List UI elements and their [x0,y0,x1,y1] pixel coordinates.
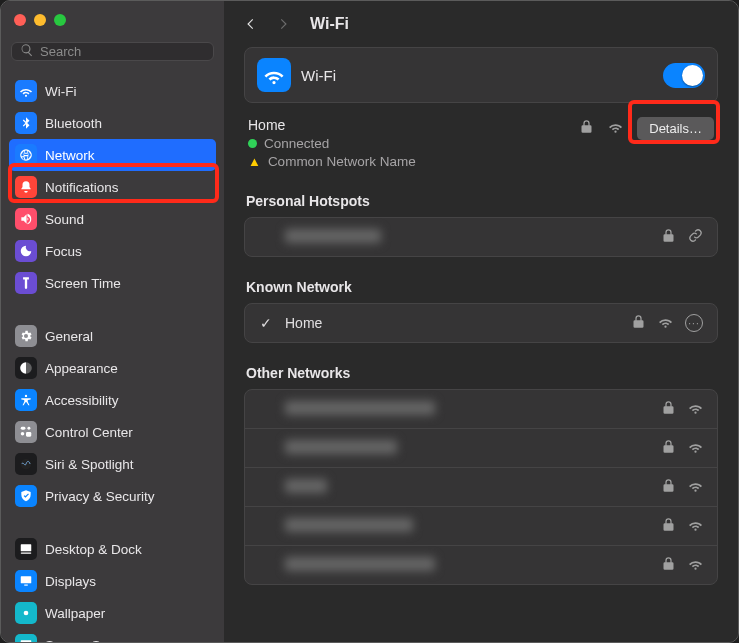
wallpaper-icon [15,602,37,624]
content-area: Wi-Fi Wi-Fi Home Connected [224,1,738,642]
section-other-title: Other Networks [246,365,716,381]
sidebar-item-general[interactable]: General [9,320,216,352]
sidebar-item-focus[interactable]: Focus [9,235,216,267]
focus-icon [15,240,37,262]
current-network-warning: Common Network Name [268,154,416,169]
sidebar-item-bluetooth[interactable]: Bluetooth [9,107,216,139]
link-icon[interactable] [688,228,703,246]
sidebar-item-label: Siri & Spotlight [45,457,134,472]
network-name-redacted [285,440,397,454]
sidebar-item-accessibility[interactable]: Accessibility [9,384,216,416]
status-dot-icon [248,139,257,148]
sidebar-item-label: Control Center [45,425,133,440]
wifi-signal-icon [688,439,703,457]
lock-icon [631,314,646,332]
wifi-signal-icon [688,400,703,418]
displays-icon [15,570,37,592]
network-row[interactable] [245,506,717,545]
wifi-toggle-panel: Wi-Fi [244,47,718,103]
nav-forward[interactable] [274,15,292,33]
checkmark-icon: ✓ [259,315,273,331]
section-hotspots-title: Personal Hotspots [246,193,716,209]
svg-rect-6 [21,544,32,551]
sidebar-item-label: Accessibility [45,393,119,408]
sidebar-item-desktop[interactable]: Desktop & Dock [9,533,216,565]
zoom-window[interactable] [54,14,66,26]
svg-point-0 [25,395,27,397]
lock-icon [661,556,676,574]
lock-icon [661,400,676,418]
sidebar-item-label: General [45,329,93,344]
general-icon [15,325,37,347]
network-row[interactable]: ✓Home ··· [245,304,717,342]
network-name-redacted [285,518,413,532]
sidebar-item-label: Screen Saver [45,638,127,643]
sidebar-item-wifi[interactable]: Wi-Fi [9,75,216,107]
wifi-toggle-switch[interactable] [663,63,705,88]
sidebar-item-screensaver[interactable]: Screen Saver [9,629,216,642]
sidebar-item-privacy[interactable]: Privacy & Security [9,480,216,512]
network-row[interactable] [245,390,717,428]
nav-back[interactable] [242,15,260,33]
svg-rect-4 [26,432,31,437]
warning-icon: ▲ [248,155,261,168]
svg-point-3 [21,432,25,436]
current-network-name: Home [248,117,579,133]
sound-icon [15,208,37,230]
svg-rect-9 [24,585,28,586]
sidebar-item-displays[interactable]: Displays [9,565,216,597]
search-placeholder: Search [40,44,81,59]
sidebar-item-appearance[interactable]: Appearance [9,352,216,384]
details-button[interactable]: Details… [637,117,714,140]
network-row[interactable] [245,428,717,467]
privacy-icon [15,485,37,507]
svg-rect-11 [21,640,32,642]
current-network: Home Connected ▲ Common Network Name [244,111,718,171]
sidebar-item-label: Screen Time [45,276,121,291]
network-row[interactable] [245,545,717,584]
close-window[interactable] [14,14,26,26]
controlcenter-icon [15,421,37,443]
wifi-signal-icon [688,556,703,574]
sidebar-item-network[interactable]: Network [9,139,216,171]
sidebar-search[interactable]: Search [11,42,214,61]
sidebar-item-screentime[interactable]: Screen Time [9,267,216,299]
network-row[interactable] [245,467,717,506]
sidebar-item-notifications[interactable]: Notifications [9,171,216,203]
sidebar-item-controlcenter[interactable]: Control Center [9,416,216,448]
screensaver-icon [15,634,37,642]
sidebar-item-label: Desktop & Dock [45,542,142,557]
lock-icon [661,517,676,535]
settings-sidebar: Search Wi-Fi Bluetooth Network Notificat… [1,1,224,642]
network-row[interactable] [245,218,717,256]
screentime-icon [15,272,37,294]
network-icon [15,144,37,166]
network-name-redacted [285,229,381,243]
more-options-button[interactable]: ··· [685,314,703,332]
svg-rect-8 [21,576,32,583]
sidebar-item-label: Wi-Fi [45,84,76,99]
sidebar-item-sound[interactable]: Sound [9,203,216,235]
svg-point-2 [27,427,30,430]
svg-rect-1 [21,427,26,430]
sidebar-item-label: Sound [45,212,84,227]
minimize-window[interactable] [34,14,46,26]
lock-icon [579,119,594,138]
lock-icon [661,228,676,246]
lock-icon [661,439,676,457]
network-name: Home [285,315,619,331]
sidebar-item-label: Bluetooth [45,116,102,131]
wifi-icon [15,80,37,102]
svg-point-10 [24,611,29,616]
sidebar-item-label: Network [45,148,95,163]
sidebar-item-label: Notifications [45,180,119,195]
wifi-signal-icon [608,119,623,138]
notifications-icon [15,176,37,198]
page-title: Wi-Fi [310,15,349,33]
network-name-redacted [285,401,435,415]
hotspots-list [244,217,718,257]
appearance-icon [15,357,37,379]
sidebar-item-siri[interactable]: Siri & Spotlight [9,448,216,480]
wifi-icon [257,58,291,92]
sidebar-item-wallpaper[interactable]: Wallpaper [9,597,216,629]
